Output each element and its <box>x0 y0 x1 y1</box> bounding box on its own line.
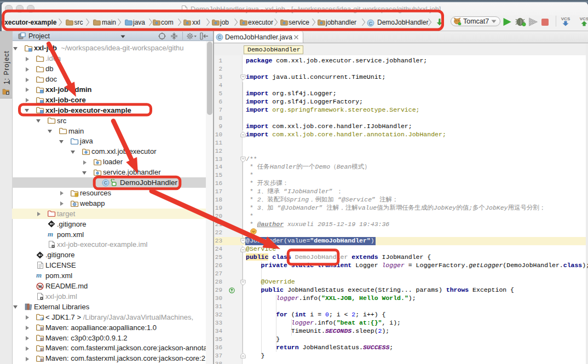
svg-text:M: M <box>38 284 42 288</box>
svg-text:C: C <box>369 21 373 26</box>
svg-text:1: 1 <box>442 24 444 26</box>
svg-text:C: C <box>104 180 108 186</box>
svg-text:C: C <box>218 34 222 40</box>
